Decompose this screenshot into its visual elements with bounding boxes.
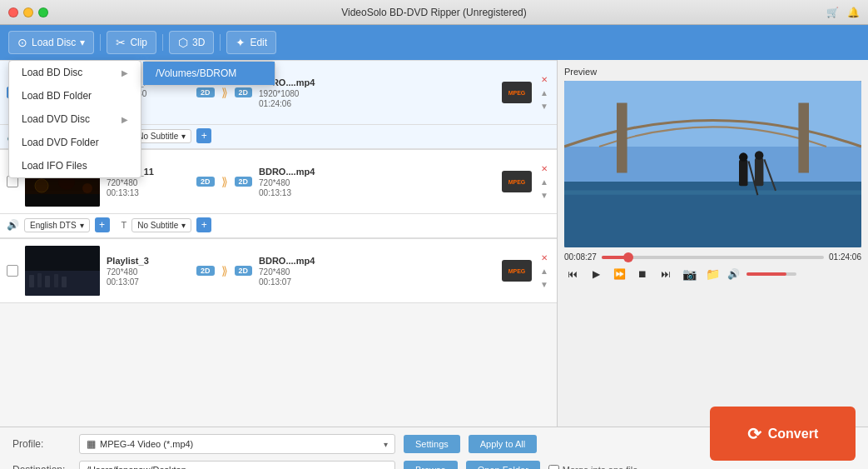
bdrom-item[interactable]: /Volumes/BDROM <box>143 62 275 85</box>
load-dvd-folder-item[interactable]: Load DVD Folder <box>9 131 141 154</box>
divider3 <box>220 34 221 51</box>
fast-forward-button[interactable]: ⏩ <box>611 266 627 282</box>
profile-icon: ▦ <box>87 438 96 450</box>
title-bar-icons: 🛒 🔔 <box>826 7 860 18</box>
user-icon[interactable]: 🔔 <box>847 7 860 18</box>
screenshot-button[interactable]: 📷 <box>681 266 697 282</box>
skip-forward-button[interactable]: ⏭ <box>657 266 674 282</box>
stop-button[interactable]: ⏹ <box>634 266 651 282</box>
badge-2d-1: 2D <box>196 87 215 97</box>
down-btn-3[interactable]: ▼ <box>538 278 550 290</box>
edit-button[interactable]: ✦ Edit <box>226 31 276 54</box>
badge-2d-out-2: 2D <box>235 177 253 187</box>
remove-btn-3[interactable]: ✕ <box>538 252 550 263</box>
svg-rect-13 <box>37 273 42 287</box>
svg-point-7 <box>35 179 48 192</box>
convert-arrow-2: ⟫ <box>221 175 228 188</box>
destination-row: Destination: /Users/fonepaw/Desktop Brow… <box>12 461 856 469</box>
thumbnail-3 <box>25 246 100 296</box>
clip-button[interactable]: ✂ Clip <box>107 31 156 54</box>
dropdown-item-label-1: Load BD Folder <box>22 90 92 102</box>
badge-row-3: 2D <box>196 266 215 276</box>
settings-button[interactable]: Settings <box>404 435 460 453</box>
remove-btn-1[interactable]: ✕ <box>538 73 550 85</box>
svg-rect-15 <box>54 274 58 287</box>
dropdown-item-label-3: Load DVD Folder <box>22 137 99 148</box>
badge-2d-3: 2D <box>196 266 215 276</box>
load-disc-button[interactable]: ⊙ Load Disc ▾ <box>8 31 94 54</box>
up-btn-2[interactable]: ▲ <box>538 176 550 187</box>
output-dur-2: 00:13:13 <box>259 188 495 197</box>
play-button[interactable]: ▶ <box>588 266 604 282</box>
progress-bar[interactable] <box>602 256 824 259</box>
audio-selector-2[interactable]: English DTS ▾ <box>24 218 90 232</box>
down-btn-1[interactable]: ▼ <box>538 100 550 112</box>
badge-row-out-3: 2D <box>235 266 253 276</box>
merge-check[interactable]: Merge into one file <box>548 465 638 470</box>
svg-rect-18 <box>564 81 861 147</box>
output-res-3: 720*480 <box>259 267 495 277</box>
maximize-button[interactable] <box>38 7 48 17</box>
load-disc-label: Load Disc <box>32 37 76 48</box>
svg-point-25 <box>739 152 748 162</box>
submenu-arrow-icon-0: ▶ <box>122 68 128 77</box>
merge-checkbox[interactable] <box>548 465 559 470</box>
add-subtitle-btn-1[interactable]: + <box>196 128 211 143</box>
dropdown-arrow-icon: ▾ <box>80 37 85 48</box>
3d-label: 3D <box>192 37 205 48</box>
svg-rect-22 <box>564 191 861 195</box>
load-ifo-item[interactable]: Load IFO Files <box>9 154 141 177</box>
badge-row-2: 2D <box>196 177 215 187</box>
3d-button[interactable]: ⬡ 3D <box>169 31 214 54</box>
folder-button[interactable]: 📁 <box>704 266 721 282</box>
cart-icon[interactable]: 🛒 <box>826 7 839 18</box>
load-bd-disc-item[interactable]: Load BD Disc ▶ /Volumes/BDROM <box>9 61 141 84</box>
svg-rect-19 <box>617 103 627 173</box>
subtitle-label-2: No Subtitle <box>137 221 178 230</box>
quality-badge-3: MPEG <box>502 260 532 282</box>
divider2 <box>162 34 163 51</box>
convert-button[interactable]: ⟳ Convert <box>710 407 856 461</box>
add-audio-btn-2[interactable]: + <box>95 217 110 232</box>
item-checkbox-3[interactable] <box>7 265 18 277</box>
subtitle-selector-2[interactable]: No Subtitle ▾ <box>131 218 191 232</box>
load-dvd-disc-item[interactable]: Load DVD Disc ▶ <box>9 107 141 131</box>
quality-text-1: MPEG <box>508 90 526 96</box>
dropdown-item-label-4: Load IFO Files <box>22 160 87 172</box>
title-bar: VideoSolo BD-DVD Ripper (Unregistered) 🛒… <box>0 0 868 25</box>
audio-icon-2: 🔊 <box>7 219 19 231</box>
clip-icon: ✂ <box>116 36 126 49</box>
profile-arrow-icon: ▾ <box>384 440 388 449</box>
load-bd-folder-item[interactable]: Load BD Folder <box>9 84 141 107</box>
down-btn-2[interactable]: ▼ <box>538 189 550 201</box>
toolbar: ⊙ Load Disc ▾ ✂ Clip ⬡ 3D ✦ Edit <box>0 25 868 60</box>
close-button[interactable] <box>8 7 18 17</box>
open-folder-button[interactable]: Open Folder <box>466 461 540 469</box>
window-controls[interactable] <box>8 7 48 17</box>
destination-label: Destination: <box>12 464 71 469</box>
profile-select[interactable]: ▦ MPEG-4 Video (*.mp4) ▾ <box>79 434 395 454</box>
svg-rect-14 <box>45 276 50 287</box>
playback-controls: 00:08:27 01:24:06 ⏮ ▶ ⏩ ⏹ ⏭ 📷 📁 🔊 <box>564 247 861 287</box>
remove-btn-2[interactable]: ✕ <box>538 162 550 174</box>
svg-rect-20 <box>798 103 809 173</box>
skip-back-button[interactable]: ⏮ <box>564 266 581 282</box>
svg-rect-23 <box>739 160 748 187</box>
minimize-button[interactable] <box>23 7 33 17</box>
destination-input[interactable]: /Users/fonepaw/Desktop <box>79 461 395 469</box>
browse-button[interactable]: Browse <box>404 461 458 469</box>
edit-label: Edit <box>250 37 267 48</box>
preview-label: Preview <box>564 67 861 77</box>
volume-bar[interactable] <box>746 272 796 276</box>
current-time: 00:08:27 <box>564 252 597 262</box>
volume-fill <box>746 272 786 276</box>
up-btn-1[interactable]: ▲ <box>538 87 550 98</box>
right-panel: Preview <box>558 60 868 427</box>
add-subtitle-btn-2[interactable]: + <box>196 217 211 232</box>
window-title: VideoSolo BD-DVD Ripper (Unregistered) <box>341 7 527 18</box>
output-info-1: BDRO....mp4 1920*1080 01:24:06 <box>259 77 495 108</box>
preview-video <box>564 81 861 247</box>
up-btn-3[interactable]: ▲ <box>538 265 550 277</box>
total-time: 01:24:06 <box>829 252 861 262</box>
apply-all-button[interactable]: Apply to All <box>469 435 537 453</box>
